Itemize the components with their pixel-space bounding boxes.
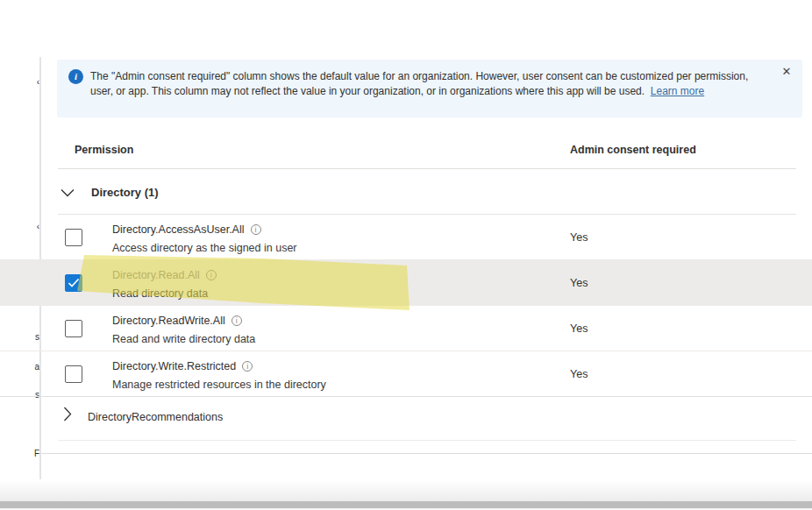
permission-name: Directory.Write.Restrictedi [112, 360, 253, 372]
edge-text-fragment: F [32, 449, 39, 459]
info-banner: i The "Admin consent required" column sh… [57, 60, 802, 117]
permission-description: Access directory as the signed in user [112, 242, 297, 254]
group-divider [58, 440, 796, 441]
bottom-gray-bar [0, 501, 812, 508]
group-label: Directory (1) [91, 186, 159, 199]
bottom-fade [0, 480, 812, 501]
permission-name-text: Directory.AccessAsUser.All [112, 223, 245, 236]
permission-description: Manage restricted resources in the direc… [112, 379, 326, 391]
permission-checkbox[interactable] [65, 274, 82, 292]
info-icon[interactable]: i [231, 315, 242, 326]
admin-consent-value: Yes [570, 322, 588, 335]
table-row: Directory.Read.Alli Read directory data … [0, 260, 812, 306]
close-button[interactable]: ✕ [778, 63, 795, 81]
permission-name-text: Directory.Write.Restricted [112, 360, 236, 372]
permission-name-text: Directory.ReadWrite.All [112, 315, 225, 327]
banner-message: The "Admin consent required" column show… [90, 70, 748, 97]
info-icon[interactable]: i [251, 224, 261, 235]
column-header-admin-consent: Admin consent required [570, 144, 696, 156]
permission-checkbox[interactable] [65, 365, 82, 383]
group-row-directory[interactable]: Directory (1) [0, 175, 812, 214]
banner-text: The "Admin consent required" column show… [90, 69, 767, 98]
table-row: Directory.Write.Restrictedi Manage restr… [0, 351, 812, 397]
admin-consent-value: Yes [570, 231, 588, 244]
chevron-down-icon[interactable] [61, 188, 75, 197]
permission-name-text: Directory.Read.All [112, 269, 200, 281]
chevron-right-icon[interactable] [63, 407, 72, 421]
info-icon: i [68, 69, 83, 84]
permission-description: Read directory data [112, 287, 208, 300]
admin-consent-value: Yes [570, 277, 588, 289]
edge-text-fragment: › [32, 77, 39, 88]
permission-description: Read and write directory data [112, 333, 255, 345]
admin-consent-value: Yes [570, 368, 588, 380]
api-permissions-panel: › › › s a s F i The "Admin consent requi… [0, 0, 812, 510]
permission-name: Directory.Read.Alli [112, 269, 217, 281]
group-row-directoryrecommendations[interactable]: DirectoryRecommendations [0, 400, 812, 439]
permission-checkbox[interactable] [65, 320, 82, 337]
permission-checkbox[interactable] [65, 229, 82, 246]
column-header-permission: Permission [75, 144, 133, 156]
permission-name: Directory.AccessAsUser.Alli [112, 223, 261, 236]
info-icon[interactable]: i [206, 270, 217, 280]
info-icon[interactable]: i [242, 361, 253, 372]
permission-name: Directory.ReadWrite.Alli [112, 315, 242, 327]
header-divider [58, 168, 796, 169]
table-row: Directory.AccessAsUser.Alli Access direc… [0, 215, 812, 260]
learn-more-link[interactable]: Learn more [651, 85, 704, 97]
panel-bottom-edge [40, 453, 812, 454]
close-icon: ✕ [782, 65, 792, 78]
checkmark-icon [68, 278, 80, 288]
table-row: Directory.ReadWrite.Alli Read and write … [0, 306, 812, 351]
group-label: DirectoryRecommendations [88, 411, 223, 423]
